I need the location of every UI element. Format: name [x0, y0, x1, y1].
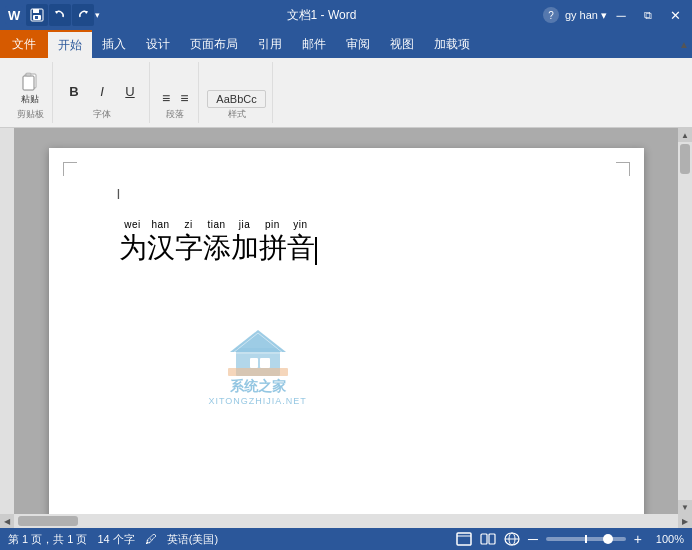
- paragraph-group: ≡ ≡ 段落: [152, 62, 199, 123]
- undo-button[interactable]: [49, 4, 71, 26]
- scroll-track[interactable]: [678, 142, 692, 500]
- scroll-right-button[interactable]: ▶: [678, 514, 692, 528]
- view-print-button[interactable]: [456, 532, 472, 546]
- tab-addins[interactable]: 加载项: [424, 30, 480, 58]
- tab-design[interactable]: 设计: [136, 30, 180, 58]
- vertical-scrollbar[interactable]: ▲ ▼: [678, 128, 692, 514]
- char-han: han 汉: [147, 218, 175, 265]
- collapse-ribbon-button[interactable]: ▲: [676, 36, 692, 52]
- font-group: B I U 字体: [55, 62, 150, 123]
- clipboard-buttons: 粘贴: [14, 67, 46, 108]
- zoom-thumb[interactable]: [603, 534, 613, 544]
- corner-tr: [616, 162, 630, 176]
- bold-button[interactable]: B: [61, 82, 87, 108]
- tab-file[interactable]: 文件: [0, 30, 48, 58]
- align-left-icon: ≡: [162, 90, 170, 106]
- hanzi-wei: 为: [119, 231, 147, 265]
- title-bar: W: [0, 0, 692, 30]
- paste-button[interactable]: 粘贴: [14, 67, 46, 108]
- char-wei: wei 为: [119, 218, 147, 265]
- word-count: 14 个字: [97, 532, 134, 547]
- scroll-thumb[interactable]: [680, 144, 690, 174]
- hanzi-pin: 拼: [259, 231, 287, 265]
- ribbon-content: 粘贴 剪贴板 B I U 字体 ≡ ≡ 段落: [0, 58, 692, 128]
- zoom-slider[interactable]: [546, 537, 626, 541]
- help-area: ? gy han ▾: [543, 7, 607, 23]
- svg-rect-14: [260, 358, 270, 368]
- cursor-indicator: I: [117, 186, 121, 202]
- document-area: I wei 为 han 汉 zi 字: [0, 128, 692, 514]
- pinyin-han: han: [151, 218, 169, 231]
- svg-text:W: W: [8, 8, 21, 23]
- status-left: 第 1 页，共 1 页 14 个字 🖊 英语(美国): [8, 532, 218, 547]
- horizontal-scroll-thumb[interactable]: [18, 516, 78, 526]
- zoom-out-button[interactable]: ─: [528, 531, 538, 547]
- title-bar-left: W: [4, 4, 100, 26]
- horizontal-scrollbar[interactable]: ◀ ▶: [0, 514, 692, 528]
- tab-layout[interactable]: 页面布局: [180, 30, 248, 58]
- zoom-in-button[interactable]: +: [634, 531, 642, 547]
- align-left-button[interactable]: ≡: [158, 88, 174, 108]
- ribbon-tab-bar: 文件 开始 插入 设计 页面布局 引用 邮件 审阅 视图 加载项 ▲: [0, 30, 692, 58]
- svg-rect-16: [228, 368, 288, 376]
- horizontal-scroll-track[interactable]: [14, 514, 678, 528]
- svg-rect-13: [250, 358, 258, 368]
- italic-button[interactable]: I: [89, 82, 115, 108]
- watermark-icon: [228, 328, 288, 378]
- hanzi-jia: 加: [231, 231, 259, 265]
- styles-label: 样式: [228, 108, 246, 121]
- tab-insert[interactable]: 插入: [92, 30, 136, 58]
- svg-rect-11: [236, 348, 280, 376]
- tab-references[interactable]: 引用: [248, 30, 292, 58]
- tab-view[interactable]: 视图: [380, 30, 424, 58]
- hanzi-han: 汉: [147, 231, 175, 265]
- tab-home[interactable]: 开始: [48, 30, 92, 58]
- language: 英语(美国): [167, 532, 218, 547]
- close-button[interactable]: ✕: [662, 5, 688, 25]
- tab-review[interactable]: 审阅: [336, 30, 380, 58]
- user-name[interactable]: gy han ▾: [565, 9, 607, 22]
- watermark: 系统之家 XITONGZHIJIA.NET: [209, 328, 307, 406]
- scroll-down-button[interactable]: ▼: [678, 500, 692, 514]
- text-cursor: [315, 237, 317, 265]
- view-read-button[interactable]: [480, 532, 496, 546]
- watermark-text2: XITONGZHIJIA.NET: [209, 396, 307, 406]
- zoom-level[interactable]: 100%: [650, 533, 684, 545]
- pinyin-wei: wei: [124, 218, 141, 231]
- scroll-left-button[interactable]: ◀: [0, 514, 14, 528]
- word-app-icon: W: [4, 5, 24, 25]
- svg-rect-5: [35, 16, 38, 19]
- align-center-button[interactable]: ≡: [176, 88, 192, 108]
- hanzi-tian: 添: [203, 231, 231, 265]
- help-button[interactable]: ?: [543, 7, 559, 23]
- watermark-text1: 系统之家: [230, 378, 286, 396]
- page-canvas[interactable]: I wei 为 han 汉 zi 字: [14, 128, 678, 514]
- status-right: ─ + 100%: [456, 531, 684, 547]
- zoom-tick: [585, 535, 587, 543]
- underline-button[interactable]: U: [117, 82, 143, 108]
- styles-button[interactable]: AaBbCc: [207, 90, 265, 108]
- macro-icon: 🖊: [145, 532, 157, 546]
- hanzi-zi: 字: [175, 231, 203, 265]
- vertical-ruler-left: [0, 128, 14, 514]
- redo-button[interactable]: [72, 4, 94, 26]
- pinyin-tian: tian: [207, 218, 225, 231]
- document-page[interactable]: I wei 为 han 汉 zi 字: [49, 148, 644, 514]
- view-web-button[interactable]: [504, 532, 520, 546]
- clipboard-label: 剪贴板: [17, 108, 44, 121]
- font-label: 字体: [93, 108, 111, 121]
- pinyin-text-block: wei 为 han 汉 zi 字 tian 添: [119, 218, 574, 265]
- save-button[interactable]: [26, 4, 48, 26]
- window-controls: ? gy han ▾ ─ ⧉ ✕: [543, 5, 688, 25]
- scroll-up-button[interactable]: ▲: [678, 128, 692, 142]
- document-content[interactable]: wei 为 han 汉 zi 字 tian 添: [119, 218, 574, 265]
- styles-group: AaBbCc 样式: [201, 62, 272, 123]
- quick-access-toolbar: ▾: [26, 4, 100, 26]
- paste-icon: [18, 69, 42, 93]
- char-tian: tian 添: [203, 218, 231, 265]
- restore-button[interactable]: ⧉: [635, 5, 661, 25]
- minimize-button[interactable]: ─: [608, 5, 634, 25]
- tab-mailing[interactable]: 邮件: [292, 30, 336, 58]
- ribbon-right-controls: ▲: [676, 30, 692, 58]
- pinyin-pin: pin: [265, 218, 280, 231]
